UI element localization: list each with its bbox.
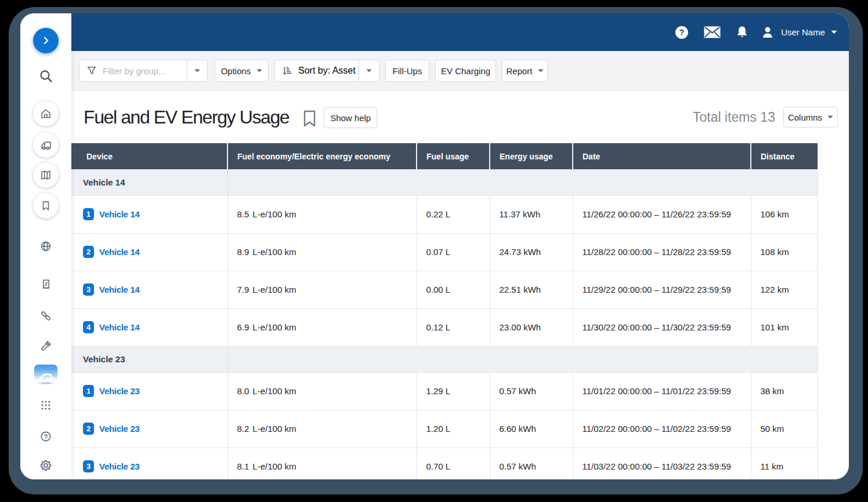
row-index-badge: 2 <box>83 423 94 435</box>
distance-cell: 108 km <box>751 233 818 271</box>
row-index-badge: 3 <box>83 460 94 472</box>
group-filter-dropdown[interactable] <box>187 60 207 81</box>
economy-value: 8.5 <box>237 209 249 219</box>
energy-usage-cell: 22.51 kWh <box>490 271 573 308</box>
energy-usage-cell: 11.37 kWh <box>490 195 573 233</box>
sort-control: Sort by: Asset <box>274 60 379 82</box>
filter-funnel-icon <box>86 65 97 77</box>
device-link[interactable]: Vehicle 23 <box>99 424 140 434</box>
economy-cell: 8.0L-e/100 km <box>227 372 417 410</box>
sidebar-item-fuel-ev-active[interactable] <box>34 365 57 384</box>
page-header: Fuel and EV Energy Usage Show help Total… <box>71 91 849 143</box>
sort-label: Sort by: Asset <box>298 66 356 76</box>
economy-cell: 8.2L-e/100 km <box>227 410 417 448</box>
economy-cell: 7.9L-e/100 km <box>227 271 417 308</box>
sidebar-item-connections[interactable] <box>33 303 59 329</box>
chevron-right-icon <box>41 35 51 46</box>
economy-value: 8.2 <box>237 424 249 434</box>
sidebar-item-search[interactable] <box>33 63 59 89</box>
energy-usage-cell: 24.73 kWh <box>490 233 573 271</box>
distance-cell: 50 km <box>751 410 818 448</box>
device-link[interactable]: Vehicle 14 <box>99 322 140 332</box>
group-filter-input[interactable] <box>103 66 183 76</box>
sort-button[interactable]: Sort by: Asset <box>275 60 359 81</box>
economy-value: 8.9 <box>237 247 249 257</box>
ev-charging-button[interactable]: EV Charging <box>435 60 496 82</box>
sidebar-item-zones[interactable] <box>33 234 59 259</box>
sidebar-item-vehicles[interactable] <box>33 132 59 158</box>
device-cell: 3Vehicle 14 <box>71 271 227 308</box>
sidebar-item-home[interactable] <box>33 101 59 126</box>
sidebar-expand-button[interactable] <box>33 28 59 53</box>
device-cell: 2Vehicle 14 <box>71 233 227 271</box>
date-cell: 11/26/22 00:00:00 – 11/26/22 23:59:59 <box>573 195 751 233</box>
date-cell: 11/28/22 00:00:00 – 11/28/22 23:59:59 <box>573 233 751 271</box>
caret-down-icon <box>256 69 262 72</box>
help-icon[interactable]: ? <box>672 23 692 42</box>
energy-usage-cell: 6.60 kWh <box>490 410 573 448</box>
device-link[interactable]: Vehicle 23 <box>99 461 140 471</box>
device-link[interactable]: Vehicle 23 <box>99 386 140 396</box>
bookmark-page-icon[interactable] <box>303 110 316 127</box>
sidebar-item-maintenance[interactable] <box>33 333 59 359</box>
user-name-label: User Name <box>781 27 825 37</box>
distance-cell: 101 km <box>751 308 818 346</box>
table-group-row: Vehicle 23 <box>71 346 818 372</box>
sidebar-item-map[interactable] <box>33 162 59 188</box>
group-filter <box>79 60 208 82</box>
row-index-badge: 3 <box>83 283 94 296</box>
fill-ups-button[interactable]: Fill-Ups <box>385 60 429 82</box>
caret-down-icon <box>366 69 372 72</box>
sidebar-item-bookmarks[interactable] <box>33 193 59 219</box>
svg-text:?: ? <box>44 433 48 440</box>
options-label: Options <box>221 66 251 76</box>
top-navbar: ? <box>71 13 849 51</box>
fuel-usage-cell: 0.07 L <box>417 233 490 271</box>
notifications-icon[interactable] <box>732 23 752 42</box>
fuel-usage-cell: 0.12 L <box>417 308 490 346</box>
messages-icon[interactable] <box>702 23 722 42</box>
columns-button[interactable]: Columns <box>783 107 838 128</box>
economy-unit: L-e/100 km <box>252 209 296 219</box>
caret-down-icon <box>827 115 833 119</box>
sidebar-item-rules[interactable] <box>33 271 59 297</box>
options-button[interactable]: Options <box>215 60 269 82</box>
total-items: Total items 13 <box>693 110 775 125</box>
device-link[interactable]: Vehicle 14 <box>99 247 140 257</box>
sort-dropdown[interactable] <box>359 60 379 81</box>
search-icon <box>38 68 54 84</box>
economy-value: 8.0 <box>237 386 249 396</box>
sidebar-item-apps[interactable] <box>33 392 59 418</box>
group-label: Vehicle 23 <box>71 346 227 372</box>
column-header-fuel-usage: Fuel usage <box>417 143 490 169</box>
fill-ups-label: Fill-Ups <box>393 66 422 76</box>
grid-icon <box>39 399 52 412</box>
economy-cell: 8.9L-e/100 km <box>227 233 417 271</box>
row-index-badge: 1 <box>83 208 94 220</box>
show-help-button[interactable]: Show help <box>324 107 377 128</box>
row-index-badge: 4 <box>83 321 94 333</box>
sidebar-item-settings[interactable] <box>33 453 59 478</box>
columns-label: Columns <box>788 112 822 122</box>
user-menu[interactable]: User Name <box>760 25 837 40</box>
economy-unit: L-e/100 km <box>252 247 296 257</box>
date-cell: 11/03/22 00:00:00 – 11/03/22 23:59:59 <box>573 448 751 479</box>
device-link[interactable]: Vehicle 14 <box>99 209 140 219</box>
map-icon <box>39 169 52 181</box>
account-icon <box>760 25 775 40</box>
row-index-badge: 1 <box>83 385 94 397</box>
usage-table: Device Fuel economy/Electric energy econ… <box>71 143 818 479</box>
total-items-count: 13 <box>760 110 775 125</box>
sidebar-item-support[interactable]: ? <box>33 424 59 449</box>
table-group-row: Vehicle 14 <box>71 169 818 195</box>
report-button[interactable]: Report <box>502 60 548 82</box>
caret-down-icon <box>194 69 200 72</box>
table-row: 3Vehicle 238.1L-e/100 km0.70 L0.57 kWh11… <box>71 448 818 479</box>
app-window: ? <box>20 13 849 479</box>
total-items-label: Total items <box>693 110 757 125</box>
truck-icon <box>39 139 53 152</box>
sidebar: ? <box>20 13 71 479</box>
device-cell: 3Vehicle 23 <box>71 448 227 479</box>
device-link[interactable]: Vehicle 14 <box>99 285 140 294</box>
table-row: 4Vehicle 146.9L-e/100 km0.12 L23.00 kWh1… <box>71 308 818 346</box>
